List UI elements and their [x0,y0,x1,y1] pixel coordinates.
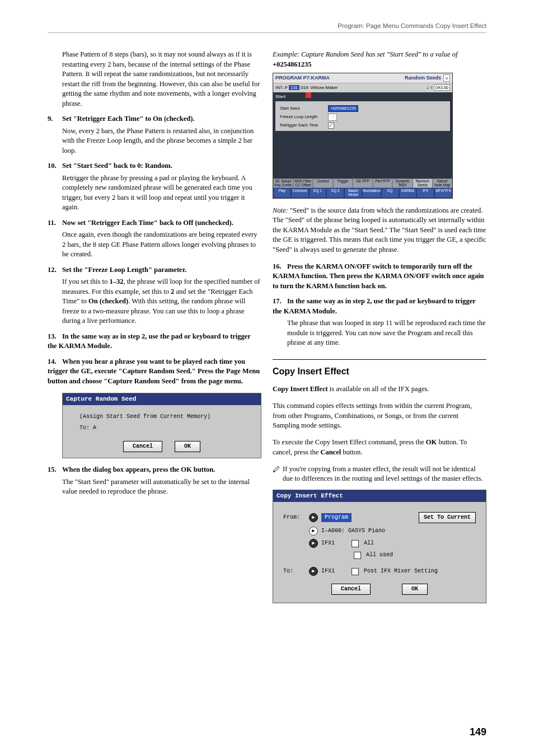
tab[interactable]: Play [273,188,291,198]
tab[interactable]: Perf RTP [373,179,393,189]
ok-button[interactable]: OK [175,441,200,452]
from-ifx-value: IFX1 [321,539,335,547]
to-label: To: [283,567,306,575]
tab[interactable]: EQ 2 [326,188,344,198]
start-seed-value[interactable]: +0254861235 [328,105,358,112]
tab[interactable]: Trigger [333,179,353,189]
to-ifx-popup[interactable]: ▶ [309,567,318,576]
from-label: From: [283,514,306,522]
step-17: 17.In the same way as in step 2, use the… [273,297,486,348]
from-bank-popup[interactable]: ▶ [309,527,318,536]
tab[interactable]: Name/ Note Map [433,179,453,189]
paragraph: Copy Insert Effect is available on all o… [273,384,486,395]
ui-subtabs: GE Setup/ Key Zones MIDI Filter CC Offse… [273,179,452,189]
tab[interactable]: Control [313,179,333,189]
tab[interactable]: MIDI Filter CC Offset [293,179,313,189]
pencil-note-icon [273,465,280,473]
post-ifx-checkbox[interactable] [352,568,359,575]
from-ifx-popup[interactable]: ▶ [309,539,318,548]
capture-random-seed-dialog: Capture Random Seed (Assign Start Seed f… [62,393,261,458]
ui-page-label: Random Seeds [405,74,441,82]
freeze-loop-value[interactable]: 02 [328,114,337,121]
svg-line-1 [274,471,275,472]
paragraph: To execute the Copy Insert Effect comman… [273,438,486,457]
dialog-to-value: To: A [79,424,255,432]
paragraph: Phase Pattern of 8 steps (bars), so it m… [62,50,261,109]
retrigger-checkbox[interactable] [328,123,334,129]
from-mode-value[interactable]: Program [321,513,352,522]
dialog-subtitle: (Assign Start Seed from Current Memory) [79,413,255,421]
example-caption: Example: Capture Random Seed has set "St… [273,50,486,69]
step-10: 10.Set "Start Seed" back to 0: Random. R… [48,161,261,213]
page-number: 149 [470,725,486,739]
cancel-button[interactable]: Cancel [123,441,162,452]
ui-maintabs: Play Common EQ 1 EQ 2 Basic/ Vector Modu… [273,188,452,198]
step-15: 15.When the dialog box appears, press th… [48,465,261,497]
tab-selected[interactable]: Random Seeds [413,179,433,189]
page-header: Program: Page Menu Commands Copy Insert … [48,17,486,33]
tab[interactable]: MFX/TFX [434,188,452,198]
module-a-indicator [306,92,311,98]
from-mode-popup[interactable]: ▶ [309,513,318,522]
tab[interactable]: Modulation [362,188,381,198]
set-to-current-button[interactable]: Set To Current [419,512,476,523]
from-bank-value: I–A000: OASYS Piano [321,527,385,535]
tab[interactable]: GE RTP [353,179,373,189]
menu-dropdown-icon[interactable]: v [443,74,450,82]
tempo-value[interactable]: 093.00 [434,84,450,91]
warning-note: If you're copying from a master effect, … [273,464,486,484]
tab[interactable]: Dynamic MIDI [392,179,413,189]
to-ifx-value: IFX1 [321,567,335,575]
step-16: 16.Press the KARMA ON/OFF switch to temp… [273,262,486,292]
karma-ui-screenshot: PROGRAM P7:KARMA Random Seeds v INT–F 13… [273,73,453,199]
retrigger-label: Retrigger Each Time [280,123,328,129]
tab[interactable]: IFX [416,188,434,198]
tab[interactable]: Common [291,188,309,198]
step-13: 13.In the same way as in step 2, use the… [48,332,261,351]
tab[interactable]: GE Setup/ Key Zones [273,179,293,189]
step-9: 9.Set "Retrigger Each Time" to On (check… [48,114,261,156]
tab[interactable]: EQ 1 [309,188,327,198]
step-14: 14.When you hear a phrase you want to be… [48,357,261,387]
ok-button[interactable]: OK [402,584,428,595]
note-paragraph: Note: "Seed" is the source data from whi… [273,206,486,255]
all-checkbox[interactable] [352,540,359,547]
tab[interactable]: EQ [381,188,399,198]
tab[interactable]: Basic/ Vector [344,188,362,198]
dialog-title: Copy Insert Effect [273,490,486,502]
copy-insert-effect-dialog: Copy Insert Effect From: ▶ Program Set T… [273,490,486,603]
cancel-button[interactable]: Cancel [331,584,371,595]
section-heading: Copy Insert Effect [273,359,486,378]
panel-label: Start [275,93,285,100]
freeze-loop-label: Freeze Loop Length [280,114,328,120]
start-seed-label: Start Seed [280,106,328,112]
bank-number[interactable]: 131 [289,85,299,90]
step-12: 12.Set the "Freeze Loop Length" paramete… [48,265,261,326]
paragraph: This command copies effects settings fro… [273,401,486,431]
ui-title: PROGRAM P7:KARMA [275,74,330,82]
all-used-checkbox[interactable] [354,552,361,559]
step-11: 11.Now set "Retrigger Each Time" back to… [48,218,261,260]
dialog-title: Capture Random Seed [63,393,261,405]
tab[interactable]: KARMA [399,188,417,198]
